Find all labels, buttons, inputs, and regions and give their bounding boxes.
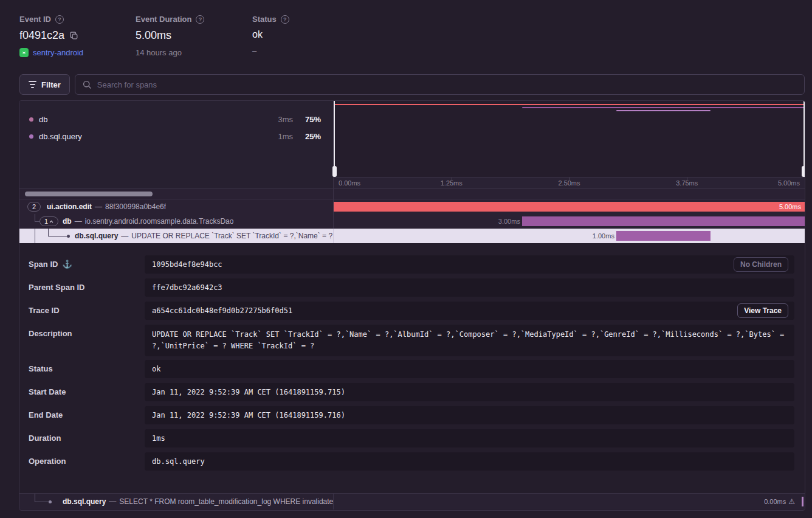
anchor-icon[interactable]: ⚓ [62,255,72,274]
span-toolbar: Filter [19,74,805,95]
help-icon[interactable]: ? [55,15,64,24]
detail-value: a654cc61dc0b48ef9d0b27275b6f0d51 [145,302,794,320]
op-color-dot [29,117,33,122]
children-count-pill[interactable]: 1 [40,216,58,226]
span-duration-label: 0.00ms [764,494,786,510]
span-duration-label: 1.00ms [593,229,614,243]
event-id-label-row: Event ID ? [19,15,83,24]
detail-row-end-date: End Date Jan 11, 2022 9:52:39 AM CET (16… [29,406,794,424]
project-link[interactable]: sentry-android [33,48,83,57]
span-details-panel: Span ID ⚓ 1095bd4ef8e94bcc No Children P… [19,243,805,493]
span-op: ui.action.edit [47,202,92,211]
trace-view-panel: db 3ms 75% db.sql.query 1ms 25% 0.00 [19,100,805,511]
axis-tick-label: 0.00ms [339,179,360,187]
detail-value: 1ms [145,429,794,447]
op-breakdown-row-db[interactable]: db 3ms 75% [29,111,321,128]
axis-tick-label: 3.75ms [676,179,698,187]
trace-overview: db 3ms 75% db.sql.query 1ms 25% 0.00 [19,101,805,188]
span-description: SELECT * FROM room_table_modification_lo… [119,497,333,506]
status-value: ok [252,29,263,40]
detail-label: Span ID [29,255,58,274]
span-search[interactable] [75,74,805,95]
op-percentage: 25% [293,132,321,141]
warning-icon: ⚠ [788,494,795,510]
span-duration-tick [802,497,803,506]
separator: — [121,232,128,240]
detail-label: Status [29,360,53,378]
filter-button-label: Filter [41,80,61,89]
event-id-block: Event ID ? f0491c2a s [19,15,83,57]
status-sub: – [252,46,256,55]
minimap-span-line [522,107,805,108]
detail-value: 1095bd4ef8e94bcc [145,255,794,274]
span-row-ui-action-edit[interactable]: 2 ui.action.edit — 88f300998a0b4e6f 5.00… [19,199,805,214]
span-description: UPDATE OR REPLACE `Track` SET `TrackId` … [131,232,333,240]
op-duration: 3ms [266,115,293,124]
no-children-button[interactable]: No Children [734,257,788,272]
op-percentage: 75% [293,115,321,124]
detail-label: Duration [29,429,61,447]
minimap-span-line [616,110,710,111]
detail-row-operation: Operation db.sql.query [29,452,794,471]
detail-label: End Date [29,406,63,424]
span-op: db [63,217,72,226]
detail-row-start-date: Start Date Jan 11, 2022 9:52:39 AM CET (… [29,383,794,401]
span-row-db[interactable]: 1 db — io.sentry.android.roomsample.data… [19,214,805,229]
event-header: Event ID ? f0491c2a s [0,0,812,70]
detail-label: Trace ID [29,302,60,320]
copy-icon[interactable] [69,31,78,40]
view-trace-button[interactable]: View Trace [737,303,788,318]
event-id-value: f0491c2a [19,29,64,42]
status-block: Status ? ok – [252,15,289,55]
detail-label: Operation [29,452,66,471]
event-duration-value: 5.00ms [136,29,171,42]
minimap-left-handle[interactable] [334,101,335,177]
horizontal-scrollbar[interactable] [25,192,153,196]
detail-row-status: Status ok [29,360,794,378]
help-icon[interactable]: ? [196,15,204,24]
detail-label: Start Date [29,383,66,401]
minimap-canvas[interactable] [334,101,805,177]
search-icon [83,80,92,89]
span-duration-label: 3.00ms [498,214,520,229]
tree-node-dot [67,235,70,238]
android-icon [19,48,29,57]
search-input[interactable] [97,80,797,89]
span-row-db-sql-query-selected[interactable]: db.sql.query — UPDATE OR REPLACE `Track`… [19,229,805,243]
detail-row-duration: Duration 1ms [29,429,794,447]
detail-value: Jan 11, 2022 9:52:39 AM CET (1641891159.… [145,406,794,424]
span-description: io.sentry.android.roomsample.data.Tracks… [85,217,234,226]
status-label: Status [252,15,277,24]
op-breakdown: db 3ms 75% db.sql.query 1ms 25% [19,101,334,188]
event-duration-block: Event Duration ? 5.00ms 14 hours ago [136,15,204,57]
event-duration-label: Event Duration [136,15,191,24]
detail-value: db.sql.query [145,452,794,471]
span-duration-bar [522,216,805,226]
op-name: db [39,115,266,124]
filter-icon [29,81,36,88]
time-axis: 0.00ms 1.25ms 2.50ms 3.75ms 5.00ms [334,177,805,188]
tree-scrollbar-row [19,188,805,199]
detail-row-trace-id: Trace ID a654cc61dc0b48ef9d0b27275b6f0d5… [29,302,794,320]
separator: — [95,202,102,211]
span-row-db-sql-query-select[interactable]: db.sql.query — SELECT * FROM room_table_… [19,493,805,509]
separator: — [75,217,82,226]
minimap-right-handle[interactable] [803,101,805,177]
detail-row-parent-span-id: Parent Span ID ffe7dbc92a6942c3 [29,278,794,297]
op-breakdown-row-db-sql-query[interactable]: db.sql.query 1ms 25% [29,128,321,145]
span-op: db.sql.query [75,232,118,240]
detail-value: Jan 11, 2022 9:52:39 AM CET (1641891159.… [145,383,794,401]
axis-tick-label: 2.50ms [558,179,580,187]
detail-label: Description [29,325,72,343]
span-duration-bar [616,231,710,241]
detail-value: ok [145,360,794,378]
children-count-pill[interactable]: 2 [27,202,41,212]
filter-button[interactable]: Filter [19,74,70,95]
span-duration-bar [334,202,805,212]
trace-minimap: 0.00ms 1.25ms 2.50ms 3.75ms 5.00ms [334,101,805,188]
span-duration-label: 5.00ms [779,199,801,214]
op-color-dot [29,134,33,139]
event-id-label: Event ID [19,15,51,24]
help-icon[interactable]: ? [281,15,289,24]
detail-value: UPDATE OR REPLACE `Track` SET `TrackId` … [145,325,794,356]
